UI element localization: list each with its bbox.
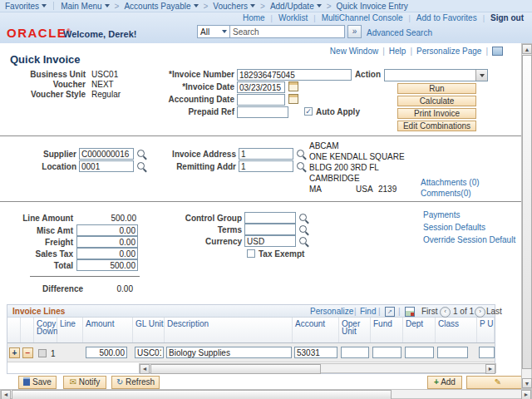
search-scope-select[interactable]: All (197, 25, 230, 38)
scrollbar-thumb[interactable] (12, 390, 392, 399)
breadcrumb-main-menu[interactable]: Main Menu (61, 2, 109, 11)
delete-row-button[interactable]: − (22, 347, 33, 358)
invoice-address-lookup-icon[interactable] (297, 150, 304, 157)
invoice-date-input[interactable] (237, 81, 285, 93)
breadcrumb-favorites[interactable]: Favorites (5, 2, 47, 11)
tax-exempt-checkbox[interactable] (247, 249, 255, 258)
scrollbar-thumb[interactable] (150, 364, 321, 374)
horizontal-scrollbar[interactable]: ◄ ► (0, 389, 532, 399)
nav-first-label[interactable]: First (421, 307, 437, 316)
chevron-down-icon (250, 4, 255, 7)
calculate-button[interactable]: Calculate (397, 96, 476, 106)
location-input[interactable] (79, 160, 134, 172)
update-display-button[interactable]: ✎ Update/Display (466, 376, 530, 389)
grid-horizontal-scrollbar[interactable]: ◄ ► (139, 363, 496, 373)
total-input[interactable] (76, 259, 138, 271)
row-fund-input[interactable] (372, 347, 401, 358)
search-input[interactable] (230, 25, 345, 38)
row-account-input[interactable] (294, 347, 337, 358)
currency-input[interactable] (244, 235, 296, 247)
add-button[interactable]: + Add (427, 376, 462, 389)
vertical-scrollbar[interactable]: ▲ ▼ (521, 43, 532, 389)
help-link[interactable]: Help (389, 47, 406, 56)
line-number: 1 (51, 349, 56, 358)
nav-worklist[interactable]: Worklist (278, 13, 308, 22)
scrollbar-thumb[interactable] (522, 55, 532, 369)
divider (53, 2, 54, 10)
notify-button[interactable]: ✉ Notify (63, 376, 106, 389)
scroll-right-icon[interactable]: ► (485, 364, 495, 374)
attachments-link[interactable]: Attachments (0) (421, 178, 480, 187)
nav-add-to-favorites[interactable]: Add to Favorites (416, 13, 477, 22)
sales-tax-input[interactable] (76, 248, 138, 259)
new-window-link[interactable]: New Window (330, 47, 378, 56)
action-select[interactable] (384, 69, 488, 81)
search-go-button[interactable]: » (347, 25, 362, 38)
scroll-left-icon[interactable]: ◄ (1, 390, 11, 399)
location-lookup-icon[interactable] (137, 162, 145, 170)
terms-input[interactable] (244, 224, 296, 235)
window-icon[interactable] (492, 47, 503, 56)
row-position: 1 of 1 (453, 307, 474, 316)
accounting-date-input[interactable] (237, 94, 285, 106)
scroll-right-icon[interactable]: ► (521, 390, 531, 399)
prepaid-ref-input[interactable] (237, 106, 288, 118)
supplier-lookup-icon[interactable] (137, 150, 145, 157)
next-row-icon[interactable]: › (475, 307, 485, 318)
personalize-page-link[interactable]: Personalize Page (416, 47, 481, 56)
supplier-input[interactable] (79, 148, 134, 160)
previous-row-icon[interactable]: ‹ (440, 307, 451, 318)
invoice-number-input[interactable] (237, 69, 352, 81)
remitting-addr-input[interactable] (239, 160, 293, 172)
download-to-excel-icon[interactable] (405, 307, 415, 317)
nav-last-label[interactable]: Last (486, 307, 502, 316)
scroll-up-icon[interactable]: ▲ (522, 44, 532, 54)
personalize-link[interactable]: Personalize (310, 307, 353, 316)
scroll-left-icon[interactable]: ◄ (140, 364, 150, 374)
invoice-address-input[interactable] (239, 148, 293, 160)
row-pc-unit-input[interactable] (479, 347, 495, 358)
scroll-down-icon[interactable]: ▼ (522, 378, 532, 388)
row-class-input[interactable] (437, 347, 468, 358)
currency-lookup-icon[interactable] (299, 237, 307, 244)
breadcrumb-separator (327, 2, 332, 11)
row-gl-unit-input[interactable] (135, 347, 164, 358)
override-session-default-link[interactable]: Override Session Default (423, 235, 515, 244)
comments-link[interactable]: Comments(0) (421, 189, 471, 198)
edit-combinations-button[interactable]: Edit Combinations (397, 121, 476, 131)
advanced-search-link[interactable]: Advanced Search (367, 28, 432, 37)
find-link[interactable]: Find (360, 307, 376, 316)
add-label: Add (441, 377, 456, 387)
breadcrumb-add-update[interactable]: Add/Update (270, 2, 322, 11)
auto-apply-checkbox[interactable]: ✓ (304, 107, 313, 116)
nav-home[interactable]: Home (243, 13, 265, 22)
add-row-button[interactable]: + (9, 347, 20, 358)
nav-multichannel-console[interactable]: MultiChannel Console (322, 13, 403, 22)
calendar-icon[interactable] (288, 94, 298, 104)
chevron-down-icon (475, 70, 487, 81)
run-button[interactable]: Run (397, 83, 476, 94)
session-defaults-link[interactable]: Session Defaults (423, 223, 485, 232)
payments-link[interactable]: Payments (423, 210, 460, 219)
row-dept-input[interactable] (405, 347, 434, 358)
control-group-lookup-icon[interactable] (299, 214, 307, 221)
print-invoice-button[interactable]: Print Invoice (397, 108, 476, 119)
breadcrumb-accounts-payable[interactable]: Accounts Payable (124, 2, 198, 11)
remitting-addr-lookup-icon[interactable] (297, 162, 304, 170)
divider (481, 47, 492, 56)
breadcrumb-vouchers[interactable]: Vouchers (213, 2, 255, 11)
copy-down-checkbox[interactable] (38, 349, 47, 357)
breadcrumb-label: Accounts Payable (124, 2, 190, 11)
nav-sign-out[interactable]: Sign out (490, 13, 524, 22)
terms-lookup-icon[interactable] (299, 225, 307, 233)
save-button[interactable]: Save (18, 376, 57, 389)
calendar-icon[interactable] (288, 81, 298, 91)
refresh-button[interactable]: ↻ Refresh (111, 376, 160, 389)
misc-amt-input[interactable] (76, 224, 138, 236)
row-description-input[interactable] (166, 347, 292, 358)
row-oper-unit-input[interactable] (341, 347, 369, 358)
row-amount-input[interactable] (86, 347, 127, 358)
freight-input[interactable] (76, 236, 138, 248)
view-all-icon[interactable]: ↗ (385, 307, 395, 317)
control-group-input[interactable] (244, 212, 296, 224)
